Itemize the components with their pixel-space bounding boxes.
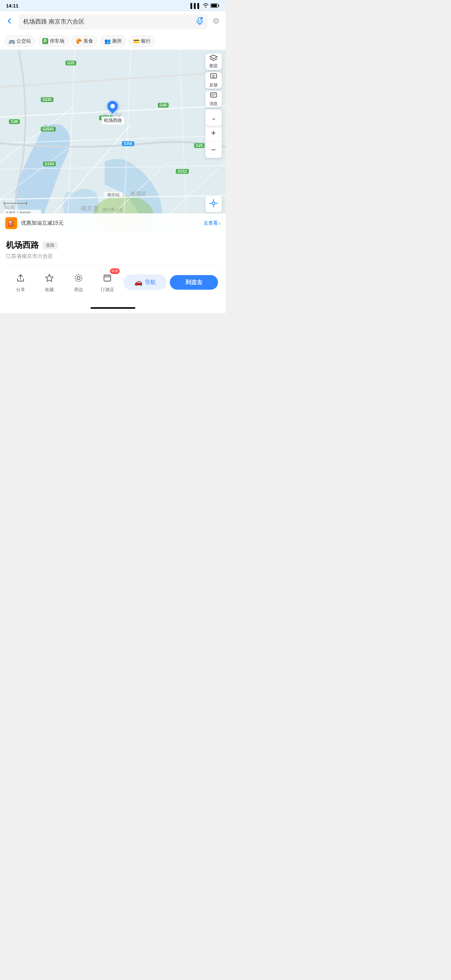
hotel-button[interactable]: 订酒店 特惠 [93, 268, 122, 296]
map-side-controls: 图层 反馈 消息 ⌄ [205, 53, 222, 126]
mic-button[interactable]: 1 [196, 17, 203, 27]
collect-button[interactable]: 收藏 [35, 268, 64, 296]
pin-label: 机场西路 [102, 117, 124, 124]
filter-tag-toilet[interactable]: 👥 厕所 [100, 35, 126, 47]
special-badge: 特惠 [110, 268, 120, 274]
bank-icon: 💳 [133, 38, 140, 44]
message-icon [210, 92, 217, 100]
bottom-indicator [0, 304, 225, 313]
promo-icon: ⛽ [5, 217, 17, 229]
highway-badge-g235: G235 [41, 97, 54, 102]
share-button[interactable]: 分享 [6, 268, 35, 296]
watermark: @小朱上仑 [102, 207, 123, 212]
promo-text: 优惠加油立减15元 [21, 220, 200, 226]
map-pin: 机场西路 [102, 101, 124, 124]
filter-tag-bus[interactable]: 🚌 公交站 [5, 35, 35, 47]
chevron-down-icon: ⌄ [211, 114, 217, 122]
go-here-button[interactable]: 到这去 [170, 275, 218, 290]
signal-icon: ▌▌▌ [190, 3, 201, 9]
map-area[interactable]: 六合区 栖霞区 南京市 南京站 5公里 比例尺 1:300000 G25 G23… [0, 50, 225, 233]
filter-tag-bus-label: 公交站 [16, 38, 31, 45]
status-icons: ▌▌▌ [190, 3, 220, 9]
feedback-button[interactable]: 反馈 [205, 72, 222, 89]
filter-tag-bank-label: 银行 [141, 38, 151, 45]
go-here-label: 到这去 [185, 279, 202, 286]
promo-link[interactable]: 去查看 › [204, 220, 220, 226]
layers-label: 图层 [209, 63, 218, 69]
home-indicator-bar [91, 307, 135, 309]
share-label: 分享 [16, 287, 25, 293]
svg-rect-37 [210, 93, 217, 97]
navigate-button[interactable]: 🚗 导航 [123, 274, 166, 290]
parking-icon: P [42, 38, 48, 44]
back-button[interactable] [5, 16, 15, 28]
filter-tag-toilet-label: 厕所 [112, 38, 122, 45]
wifi-icon [203, 3, 209, 9]
toilet-icon: 👥 [104, 38, 111, 44]
search-input[interactable]: 机场西路 南京市六合区 1 [19, 14, 207, 30]
svg-rect-29 [4, 202, 5, 205]
svg-text:南京站: 南京站 [107, 192, 120, 197]
svg-rect-45 [104, 275, 111, 281]
highway-badge-g2503: G2503 [41, 127, 56, 132]
filter-tag-food[interactable]: 🥐 美食 [72, 35, 97, 47]
share-icon [14, 271, 27, 285]
plus-icon: + [211, 129, 216, 137]
layers-icon [209, 54, 218, 62]
location-icon [209, 199, 218, 209]
collect-label: 收藏 [45, 287, 54, 293]
filter-tag-parking[interactable]: P 停车场 [38, 35, 69, 47]
layers-button[interactable]: 图层 [205, 53, 222, 70]
svg-text:栖霞区: 栖霞区 [130, 191, 146, 197]
highway-badge-g104: G104 [43, 161, 56, 166]
highway-badge-s356: S356 [122, 141, 134, 146]
fuel-icon: ⛽ [8, 220, 15, 227]
highway-badge-g36: G36 [9, 119, 20, 124]
message-button[interactable]: 消息 [205, 91, 222, 107]
bus-icon: 🚌 [9, 38, 15, 44]
hotel-label: 订酒店 [100, 287, 114, 293]
car-icon: 🚗 [134, 278, 142, 286]
expand-button[interactable]: ⌄ [205, 110, 222, 126]
location-panel: 机场西路 道路 江苏省南京市六合区 分享 收藏 [0, 233, 225, 304]
location-address: 江苏省南京市六合区 [6, 253, 220, 260]
highway-badge-g25-right: G25 [194, 143, 205, 148]
filter-tag-food-label: 美食 [83, 38, 93, 45]
search-bar: 机场西路 南京市六合区 1 [0, 11, 225, 32]
highway-badge-g25-top: G25 [65, 60, 76, 65]
status-time: 14:11 [6, 3, 18, 9]
clear-button[interactable] [211, 16, 221, 28]
action-row: 分享 收藏 周边 [6, 266, 220, 300]
search-text: 机场西路 南京市六合区 [23, 18, 84, 26]
filter-tag-bank[interactable]: 💳 银行 [129, 35, 155, 47]
navigate-label: 导航 [145, 279, 156, 286]
location-title-row: 机场西路 道路 [6, 240, 220, 251]
svg-text:5公里: 5公里 [5, 205, 14, 209]
zoom-in-button[interactable]: + [205, 125, 222, 141]
nearby-label: 周边 [74, 287, 83, 293]
nearby-button[interactable]: 周边 [64, 268, 93, 296]
minus-icon: − [211, 146, 216, 154]
promo-arrow-icon: › [219, 221, 220, 226]
svg-point-43 [77, 277, 80, 280]
feedback-label: 反馈 [209, 82, 218, 88]
nearby-icon [72, 271, 85, 285]
filter-tag-parking-label: 停车场 [50, 38, 64, 45]
star-icon [43, 271, 56, 285]
highway-badge-g312: G312 [176, 169, 188, 174]
svg-rect-28 [4, 203, 26, 204]
zoom-controls: + − [205, 125, 222, 158]
svg-point-38 [212, 202, 215, 205]
food-icon: 🥐 [75, 38, 82, 44]
location-type-badge: 道路 [43, 242, 57, 249]
battery-icon [210, 3, 220, 8]
location-button[interactable] [205, 196, 222, 212]
highway-badge-g40: G40 [158, 103, 169, 108]
filter-bar: 🚌 公交站 P 停车场 🥐 美食 👥 厕所 💳 银行 [0, 32, 225, 50]
svg-point-44 [75, 275, 82, 282]
zoom-out-button[interactable]: − [205, 142, 222, 158]
promo-banner[interactable]: ⛽ 优惠加油立减15元 去查看 › [0, 213, 225, 233]
svg-rect-1 [211, 4, 217, 7]
svg-rect-30 [26, 202, 27, 205]
message-label: 消息 [209, 101, 218, 107]
